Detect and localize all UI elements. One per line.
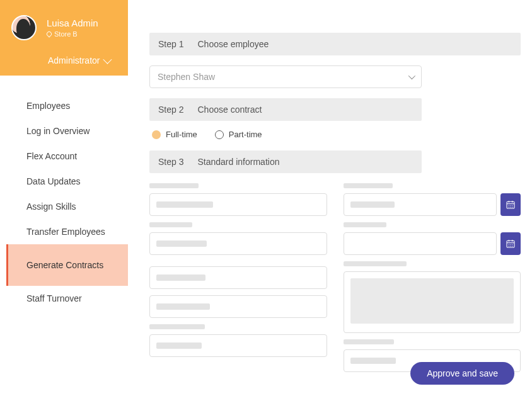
location-pin-icon — [45, 30, 52, 37]
value-placeholder — [350, 201, 395, 208]
role-dropdown[interactable]: Administrator — [48, 55, 128, 65]
radio-dot-icon — [215, 130, 224, 139]
date-input[interactable] — [344, 232, 497, 255]
approve-save-label: Approve and save — [427, 368, 498, 378]
sidebar-item-transfer-employees[interactable]: Transfer Employees — [0, 219, 128, 244]
profile-location-text: Store B — [54, 30, 78, 38]
sidebar-item-label: Log in Overview — [26, 126, 90, 136]
value-placeholder — [350, 358, 396, 364]
sidebar-item-employees[interactable]: Employees — [0, 93, 128, 118]
sidebar-item-label: Transfer Employees — [26, 227, 105, 237]
step3-number: Step 3 — [158, 157, 183, 167]
date-input[interactable] — [344, 193, 497, 216]
sidebar-item-generate-contracts[interactable]: Generate Contracts — [6, 244, 128, 286]
employee-select-value: Stephen Shaw — [158, 72, 215, 82]
svg-point-18 — [510, 246, 511, 246]
label-placeholder — [344, 261, 407, 266]
radio-full-time[interactable]: Full-time — [152, 130, 197, 139]
sidebar: Luisa Admin Store B Administrator Employ… — [0, 0, 128, 396]
svg-point-15 — [510, 244, 511, 245]
value-placeholder — [156, 274, 205, 281]
sidebar-item-label: Generate Contracts — [26, 260, 103, 270]
field-left-1 — [149, 183, 327, 216]
label-placeholder — [149, 324, 205, 329]
svg-point-17 — [509, 246, 509, 246]
svg-point-8 — [510, 206, 511, 207]
label-placeholder — [344, 339, 394, 344]
step2-number: Step 2 — [158, 105, 183, 115]
value-placeholder — [156, 303, 210, 310]
sidebar-item-data-updates[interactable]: Data Updates — [0, 169, 128, 194]
svg-point-7 — [509, 206, 509, 207]
radio-part-time[interactable]: Part-time — [215, 130, 262, 139]
profile-name: Luisa Admin — [47, 18, 98, 29]
field-right-1 — [344, 183, 521, 216]
sidebar-item-flex-account[interactable]: Flex Account — [0, 144, 128, 169]
approve-save-button[interactable]: Approve and save — [410, 362, 514, 385]
step1-title: Choose employee — [197, 39, 269, 49]
svg-point-4 — [509, 205, 509, 206]
text-input[interactable] — [149, 266, 327, 289]
sidebar-item-assign-skills[interactable]: Assign Skills — [0, 194, 128, 219]
calendar-icon — [506, 200, 516, 210]
radio-full-time-label: Full-time — [166, 130, 197, 139]
label-placeholder — [149, 222, 192, 227]
role-label: Administrator — [48, 55, 100, 65]
svg-point-19 — [512, 246, 512, 246]
text-input[interactable] — [149, 295, 327, 318]
text-input[interactable] — [149, 334, 327, 357]
step2-title: Choose contract — [197, 105, 262, 115]
text-input[interactable] — [149, 232, 327, 255]
svg-point-14 — [509, 244, 509, 245]
calendar-button[interactable] — [500, 232, 521, 255]
step2-header: Step 2 Choose contract — [149, 98, 422, 121]
radio-dot-icon — [152, 130, 161, 139]
step3-title: Standard information — [197, 157, 279, 167]
step1-header: Step 1 Choose employee — [149, 33, 521, 55]
sidebar-item-label: Staff Turnover — [26, 293, 82, 303]
chevron-down-icon — [408, 72, 415, 79]
value-placeholder — [156, 201, 213, 208]
value-placeholder — [350, 278, 514, 324]
svg-point-5 — [510, 205, 511, 206]
svg-point-9 — [512, 206, 512, 207]
step3-header: Step 3 Standard information — [149, 150, 422, 173]
text-input[interactable] — [149, 193, 327, 216]
sidebar-item-label: Data Updates — [26, 176, 81, 186]
label-placeholder — [149, 183, 199, 188]
chevron-down-icon — [103, 55, 112, 64]
main-content: Step 1 Choose employee Stephen Shaw Step… — [128, 0, 532, 396]
field-left-4 — [149, 295, 327, 318]
profile-location: Store B — [47, 30, 98, 38]
sidebar-item-label: Flex Account — [26, 151, 77, 161]
value-placeholder — [156, 240, 207, 247]
value-placeholder — [156, 342, 202, 349]
textarea-input[interactable] — [344, 271, 521, 333]
avatar — [11, 15, 37, 40]
sidebar-item-label: Employees — [26, 101, 70, 111]
sidebar-item-staff-turnover[interactable]: Staff Turnover — [0, 286, 128, 311]
field-left-3 — [149, 266, 327, 289]
svg-point-6 — [512, 205, 512, 206]
sidebar-item-login-overview[interactable]: Log in Overview — [0, 118, 128, 144]
field-left-5 — [149, 324, 327, 357]
profile-block: Luisa Admin Store B Administrator — [0, 0, 128, 76]
field-right-2 — [344, 222, 521, 255]
radio-part-time-label: Part-time — [229, 130, 262, 139]
label-placeholder — [344, 222, 386, 227]
sidebar-item-label: Assign Skills — [26, 201, 76, 212]
svg-point-16 — [512, 244, 512, 245]
sidebar-nav: Employees Log in Overview Flex Account D… — [0, 76, 128, 311]
employee-select[interactable]: Stephen Shaw — [149, 65, 422, 88]
label-placeholder — [344, 183, 393, 188]
step1-number: Step 1 — [158, 39, 183, 49]
calendar-icon — [506, 239, 516, 249]
calendar-button[interactable] — [500, 193, 521, 216]
field-right-3 — [344, 261, 521, 333]
field-left-2 — [149, 222, 327, 255]
